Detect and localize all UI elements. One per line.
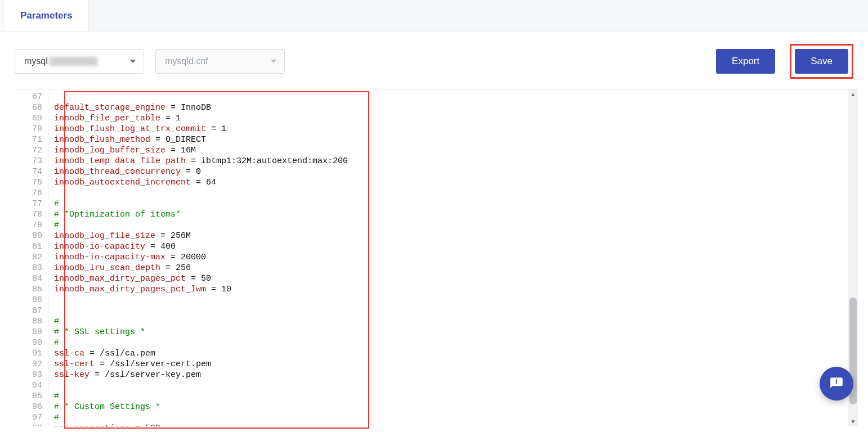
code-line[interactable]: [54, 92, 858, 102]
code-line[interactable]: innodb-io-capacity-max = 20000: [54, 252, 858, 263]
code-area[interactable]: default_storage_engine = InnoDBinnodb_fi…: [48, 89, 858, 426]
code-line[interactable]: [54, 188, 858, 199]
code-line[interactable]: max_connections = 500: [54, 423, 858, 426]
line-number: 89: [24, 327, 42, 338]
code-line[interactable]: #: [54, 412, 858, 423]
line-number-gutter: 6768697071727374757677787980818283848586…: [15, 89, 48, 426]
line-number: 96: [24, 402, 42, 412]
code-line[interactable]: # *Optimization of items*: [54, 209, 858, 220]
line-number: 73: [24, 156, 42, 166]
code-line[interactable]: innodb_autoextend_increment = 64: [54, 177, 858, 188]
line-number: 71: [24, 134, 42, 145]
export-button[interactable]: Export: [716, 49, 775, 74]
line-number: 72: [24, 145, 42, 156]
code-line[interactable]: ssl-key = /ssl/server-key.pem: [54, 370, 858, 380]
export-button-label: Export: [732, 56, 759, 67]
line-number: 86: [24, 295, 42, 305]
code-line[interactable]: [54, 295, 858, 305]
file-select-value: mysqld.cnf: [165, 56, 208, 66]
code-line[interactable]: innodb_thread_concurrency = 0: [54, 166, 858, 177]
code-line[interactable]: innodb_flush_method = O_DIRECT: [54, 134, 858, 145]
line-number: 94: [24, 380, 42, 391]
code-line[interactable]: innodb_lru_scan_depth = 256: [54, 263, 858, 273]
line-number: 84: [24, 273, 42, 284]
tab-label: Parameters: [20, 10, 73, 21]
line-number: 91: [24, 348, 42, 359]
line-number: 78: [24, 209, 42, 220]
tab-parameters[interactable]: Parameters: [5, 0, 89, 31]
line-number: 67: [24, 92, 42, 102]
line-number: 82: [24, 252, 42, 263]
code-line[interactable]: #: [54, 391, 858, 402]
dataset-select-blur: [49, 57, 97, 66]
code-line[interactable]: innodb_flush_log_at_trx_commit = 1: [54, 124, 858, 134]
line-number: 87: [24, 305, 42, 316]
line-number: 68: [24, 102, 42, 113]
code-line[interactable]: #: [54, 199, 858, 209]
code-line[interactable]: innodb_file_per_table = 1: [54, 113, 858, 124]
code-line[interactable]: # * Custom Settings *: [54, 402, 858, 412]
line-number: 98: [24, 423, 42, 426]
line-number: 70: [24, 124, 42, 134]
code-line[interactable]: ssl-ca = /ssl/ca.pem: [54, 348, 858, 359]
code-editor[interactable]: 6768697071727374757677787980818283848586…: [15, 89, 858, 426]
save-button-label: Save: [811, 56, 833, 67]
code-line[interactable]: innodb_log_file_size = 256M: [54, 231, 858, 241]
chevron-down-icon: [271, 60, 276, 63]
code-line[interactable]: default_storage_engine = InnoDB: [54, 102, 858, 113]
line-number: 77: [24, 199, 42, 209]
line-number: 80: [24, 231, 42, 241]
dataset-select[interactable]: mysql: [15, 49, 144, 74]
line-number: 83: [24, 263, 42, 273]
code-line[interactable]: # * SSL settings *: [54, 327, 858, 338]
code-line[interactable]: ssl-cert = /ssl/server-cert.pem: [54, 359, 858, 370]
line-number: 93: [24, 370, 42, 380]
line-number: 79: [24, 220, 42, 231]
toolbar: mysql mysqld.cnf Export Save: [0, 32, 868, 89]
code-line[interactable]: [54, 305, 858, 316]
line-number: 92: [24, 359, 42, 370]
line-number: 69: [24, 113, 42, 124]
chat-fab[interactable]: [820, 367, 853, 400]
code-line[interactable]: #: [54, 316, 858, 327]
save-highlight-box: Save: [790, 44, 853, 79]
tab-bar: Parameters: [0, 0, 868, 32]
line-number: 76: [24, 188, 42, 199]
file-select[interactable]: mysqld.cnf: [155, 49, 285, 74]
code-line[interactable]: innodb_max_dirty_pages_pct = 50: [54, 273, 858, 284]
code-line[interactable]: #: [54, 338, 858, 348]
line-number: 85: [24, 284, 42, 295]
line-number: 75: [24, 177, 42, 188]
line-number: 90: [24, 338, 42, 348]
line-number: 81: [24, 241, 42, 252]
line-number: 95: [24, 391, 42, 402]
line-number: 88: [24, 316, 42, 327]
chevron-down-icon: [130, 60, 136, 63]
dataset-select-value: mysql: [24, 56, 48, 66]
chat-icon: [829, 376, 844, 391]
code-line[interactable]: innodb-io-capacity = 400: [54, 241, 858, 252]
code-line[interactable]: [54, 380, 858, 391]
code-line[interactable]: #: [54, 220, 858, 231]
save-button[interactable]: Save: [795, 49, 848, 74]
scroll-down-arrow-icon[interactable]: ▼: [848, 417, 858, 426]
line-number: 74: [24, 166, 42, 177]
line-number: 97: [24, 412, 42, 423]
code-line[interactable]: innodb_temp_data_file_path = ibtmp1:32M:…: [54, 156, 858, 166]
code-line[interactable]: innodb_log_buffer_size = 16M: [54, 145, 858, 156]
code-line[interactable]: innodb_max_dirty_pages_pct_lwm = 10: [54, 284, 858, 295]
scroll-up-arrow-icon[interactable]: ▲: [848, 89, 858, 99]
